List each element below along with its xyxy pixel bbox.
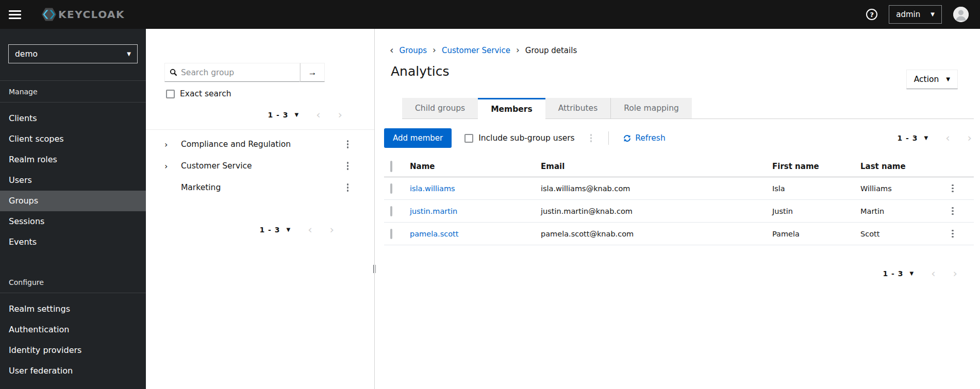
tab-members[interactable]: Members [478,98,545,119]
select-all-checkbox[interactable] [390,161,392,172]
member-last-name: Martin [854,200,943,223]
breadcrumb-back-icon[interactable]: ‹ [390,45,394,55]
kebab-menu-icon[interactable] [950,228,968,240]
kebab-menu-icon[interactable] [588,132,594,144]
member-name-link[interactable]: isla.williams [410,184,455,193]
group-tree-item-label[interactable]: Customer Service [181,161,252,171]
kebab-menu-icon[interactable] [345,181,351,194]
realm-selector[interactable]: demo ▼ [8,44,138,63]
chevron-down-icon[interactable]: ▼ [909,271,913,276]
add-member-button[interactable]: Add member [384,128,452,148]
pagination-range: 1 - 3 [897,134,918,142]
kebab-menu-icon[interactable] [345,160,351,172]
member-name-link[interactable]: justin.martin [410,207,457,215]
group-search-input[interactable] [181,68,300,77]
chevron-down-icon[interactable]: ▼ [286,227,290,232]
chevron-down-icon[interactable]: ▼ [924,136,928,141]
group-tree-item-label[interactable]: Marketing [181,183,221,192]
group-tree-panel: → Exact search 1 - 3 ▼ ‹ › › Compliance … [146,29,375,389]
member-first-name: Justin [766,200,854,223]
sidebar-item-realm-roles[interactable]: Realm roles [0,149,146,170]
panel-resize-handle[interactable] [372,265,377,273]
sidebar-item-groups[interactable]: Groups [0,191,146,211]
arrow-right-icon: → [308,67,317,78]
group-tree-item[interactable]: › Compliance and Regulation [146,133,374,155]
pagination-range: 1 - 3 [259,226,280,234]
breadcrumb-separator-icon: › [516,46,520,55]
next-page-icon[interactable]: › [330,225,334,235]
group-search-box [164,63,300,82]
table-header-row: Name Email First name Last name [384,157,974,177]
column-header-email: Email [535,157,766,177]
breadcrumb-link-customer-service[interactable]: Customer Service [442,46,510,55]
brand-text: KEYCLOAK [58,8,124,21]
member-email: pamela.scott@knab.com [535,223,766,245]
members-toolbar: Add member Include sub-group users Refre… [379,127,980,149]
tree-pagination-top: 1 - 3 ▼ ‹ › [146,107,374,123]
nav-toggle-icon[interactable] [9,10,21,19]
help-icon[interactable]: ? [866,9,877,20]
nav-section-manage: Manage [0,81,146,103]
kebab-menu-icon[interactable] [950,182,968,195]
sidebar-nav: demo ▼ Manage Clients Client scopes Real… [0,29,146,389]
chevron-right-icon[interactable]: › [164,140,176,149]
tab-role-mapping[interactable]: Role mapping [610,98,692,119]
group-tree-item[interactable]: Marketing [146,177,374,198]
row-checkbox[interactable] [390,206,392,216]
sidebar-item-user-federation[interactable]: User federation [0,361,146,381]
sidebar-item-realm-settings[interactable]: Realm settings [0,299,146,319]
next-page-icon[interactable]: › [968,133,972,144]
previous-page-icon[interactable]: ‹ [316,110,320,121]
group-tree-item[interactable]: › Customer Service [146,155,374,177]
member-last-name: Scott [854,223,943,245]
sidebar-item-users[interactable]: Users [0,170,146,191]
sidebar-item-client-scopes[interactable]: Client scopes [0,129,146,149]
previous-page-icon[interactable]: ‹ [308,225,312,235]
next-page-icon[interactable]: › [953,268,957,279]
group-tree-item-label[interactable]: Compliance and Regulation [181,140,291,149]
realm-selector-value: demo [15,49,38,59]
member-last-name: Williams [854,177,943,200]
row-checkbox[interactable] [390,229,392,239]
chevron-down-icon: ▼ [946,77,950,82]
member-first-name: Pamela [766,223,854,245]
pagination-range: 1 - 3 [883,269,903,278]
breadcrumb-link-groups[interactable]: Groups [400,46,427,55]
sidebar-item-authentication[interactable]: Authentication [0,319,146,340]
previous-page-icon[interactable]: ‹ [931,268,935,279]
column-header-name: Name [404,157,535,177]
members-pagination-bottom: 1 - 3 ▼ ‹ › [379,266,980,281]
tab-child-groups[interactable]: Child groups [402,98,478,119]
kebab-menu-icon[interactable] [950,205,968,217]
breadcrumb-separator-icon: › [433,46,436,55]
row-checkbox[interactable] [390,183,392,194]
exact-search-checkbox[interactable] [166,90,175,98]
app-header: KEYCLOAK ? admin ▼ [0,0,980,29]
chevron-down-icon: ▼ [127,52,131,57]
next-page-icon[interactable]: › [338,110,342,121]
group-tabs: Child groups Members Attributes Role map… [402,98,974,119]
previous-page-icon[interactable]: ‹ [945,133,950,144]
include-subgroups-checkbox[interactable] [464,134,473,143]
include-subgroups-label: Include sub-group users [478,133,575,143]
sidebar-item-events[interactable]: Events [0,232,146,252]
toolbar-divider [608,131,609,145]
action-dropdown-button[interactable]: Action ▼ [906,70,958,89]
member-name-link[interactable]: pamela.scott [410,230,458,238]
user-menu-dropdown[interactable]: admin ▼ [889,5,942,24]
refresh-button[interactable]: Refresh [623,133,666,143]
column-header-last-name: Last name [854,157,943,177]
column-header-first-name: First name [766,157,854,177]
sidebar-item-identity-providers[interactable]: Identity providers [0,340,146,361]
kebab-menu-icon[interactable] [345,138,351,150]
user-menu-label: admin [896,10,920,19]
sidebar-item-clients[interactable]: Clients [0,108,146,129]
sidebar-item-sessions[interactable]: Sessions [0,211,146,232]
search-submit-button[interactable]: → [300,63,325,82]
tab-attributes[interactable]: Attributes [545,98,611,119]
chevron-down-icon[interactable]: ▼ [294,112,298,117]
members-pagination-top: 1 - 3 ▼ ‹ › [897,130,980,146]
pagination-range: 1 - 3 [268,111,288,119]
chevron-right-icon[interactable]: › [164,161,176,171]
avatar[interactable] [953,7,969,22]
